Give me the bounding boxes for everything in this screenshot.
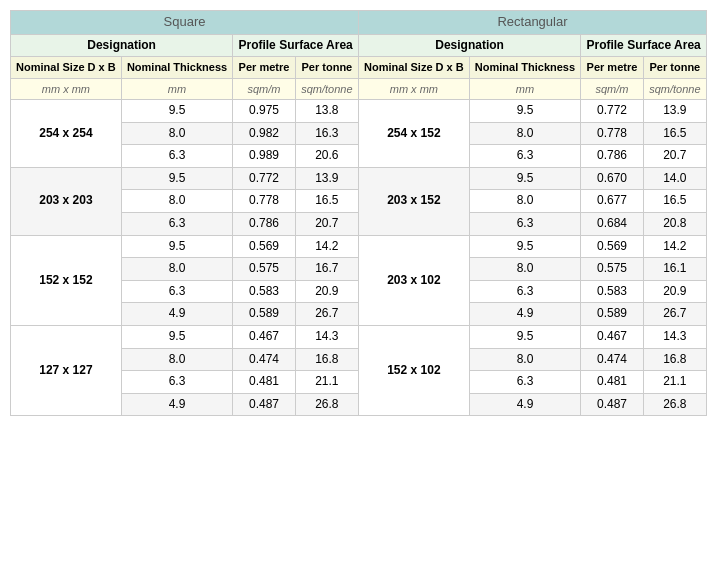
sq-thickness-cell: 9.5 <box>121 235 232 258</box>
sq-permetre-cell: 0.982 <box>233 122 296 145</box>
rect-pertonne-cell: 13.9 <box>643 100 706 123</box>
rect-pertonne-cell: 14.2 <box>643 235 706 258</box>
sq-size-cell: 254 x 254 <box>11 100 122 168</box>
rect-pertonne-cell: 20.9 <box>643 280 706 303</box>
rect-thickness-cell: 6.3 <box>469 280 580 303</box>
rect-permetre-cell: 0.575 <box>581 258 644 281</box>
rect-pertonne-cell: 16.5 <box>643 122 706 145</box>
rect-size-cell: 254 x 152 <box>358 100 469 168</box>
table-row: 254 x 2549.50.97513.8254 x 1529.50.77213… <box>11 100 707 123</box>
sq-thickness-cell: 6.3 <box>121 371 232 394</box>
rect-size-unit: mm x mm <box>358 78 469 99</box>
sq-pertonne-cell: 20.7 <box>295 213 358 236</box>
sq-thickness-cell: 9.5 <box>121 167 232 190</box>
sq-permetre-cell: 0.487 <box>233 393 296 416</box>
rect-permetre-cell: 0.786 <box>581 145 644 168</box>
rect-thickness-cell: 9.5 <box>469 326 580 349</box>
table-row: 203 x 2039.50.77213.9203 x 1529.50.67014… <box>11 167 707 190</box>
sq-permetre-cell: 0.772 <box>233 167 296 190</box>
sq-pertonne-cell: 20.9 <box>295 280 358 303</box>
table-row: 152 x 1529.50.56914.2203 x 1029.50.56914… <box>11 235 707 258</box>
rect-pertonne-col: Per tonne <box>643 57 706 78</box>
sq-pertonne-cell: 21.1 <box>295 371 358 394</box>
sq-designation-header: Designation <box>11 34 233 57</box>
rect-size-col: Nominal Size D x B <box>358 57 469 78</box>
sq-thickness-cell: 8.0 <box>121 258 232 281</box>
rect-pertonne-cell: 20.8 <box>643 213 706 236</box>
sq-pertonne-cell: 13.8 <box>295 100 358 123</box>
sq-profile-header: Profile Surface Area <box>233 34 359 57</box>
rect-permetre-cell: 0.474 <box>581 348 644 371</box>
rect-profile-header: Profile Surface Area <box>581 34 707 57</box>
sq-permetre-col: Per metre <box>233 57 296 78</box>
rect-thickness-cell: 8.0 <box>469 348 580 371</box>
rect-permetre-cell: 0.569 <box>581 235 644 258</box>
sq-permetre-unit: sqm/m <box>233 78 296 99</box>
rect-permetre-cell: 0.684 <box>581 213 644 236</box>
sq-thickness-cell: 6.3 <box>121 213 232 236</box>
sq-thickness-cell: 6.3 <box>121 280 232 303</box>
rect-designation-header: Designation <box>358 34 580 57</box>
rect-permetre-col: Per metre <box>581 57 644 78</box>
sq-size-col: Nominal Size D x B <box>11 57 122 78</box>
sq-thickness-cell: 8.0 <box>121 190 232 213</box>
rect-thickness-cell: 6.3 <box>469 371 580 394</box>
sq-pertonne-cell: 16.5 <box>295 190 358 213</box>
rect-pertonne-cell: 26.7 <box>643 303 706 326</box>
rect-size-cell: 152 x 102 <box>358 326 469 416</box>
rect-pertonne-cell: 16.5 <box>643 190 706 213</box>
sq-thickness-cell: 4.9 <box>121 303 232 326</box>
rect-thickness-cell: 6.3 <box>469 145 580 168</box>
rect-permetre-cell: 0.677 <box>581 190 644 213</box>
sq-size-cell: 203 x 203 <box>11 167 122 235</box>
sq-permetre-cell: 0.778 <box>233 190 296 213</box>
sq-permetre-cell: 0.583 <box>233 280 296 303</box>
sq-pertonne-cell: 14.3 <box>295 326 358 349</box>
sq-pertonne-cell: 16.7 <box>295 258 358 281</box>
sq-thickness-cell: 8.0 <box>121 348 232 371</box>
rect-permetre-cell: 0.487 <box>581 393 644 416</box>
sq-size-cell: 152 x 152 <box>11 235 122 325</box>
rect-permetre-cell: 0.772 <box>581 100 644 123</box>
rectangular-header: Rectangular <box>358 11 706 35</box>
sq-pertonne-cell: 26.8 <box>295 393 358 416</box>
sq-pertonne-cell: 16.8 <box>295 348 358 371</box>
rect-permetre-unit: sqm/m <box>581 78 644 99</box>
sq-permetre-cell: 0.467 <box>233 326 296 349</box>
rect-pertonne-cell: 14.3 <box>643 326 706 349</box>
sq-thickness-cell: 4.9 <box>121 393 232 416</box>
rect-pertonne-cell: 21.1 <box>643 371 706 394</box>
sq-pertonne-cell: 16.3 <box>295 122 358 145</box>
sq-permetre-cell: 0.589 <box>233 303 296 326</box>
rect-permetre-cell: 0.481 <box>581 371 644 394</box>
square-header: Square <box>11 11 359 35</box>
rect-pertonne-cell: 26.8 <box>643 393 706 416</box>
rect-thickness-cell: 9.5 <box>469 235 580 258</box>
rect-permetre-cell: 0.778 <box>581 122 644 145</box>
rect-thickness-cell: 4.9 <box>469 393 580 416</box>
sq-thickness-cell: 8.0 <box>121 122 232 145</box>
rect-pertonne-cell: 16.8 <box>643 348 706 371</box>
rect-thickness-col: Nominal Thickness <box>469 57 580 78</box>
rect-thickness-cell: 6.3 <box>469 213 580 236</box>
sq-thickness-unit: mm <box>121 78 232 99</box>
main-table: Square Rectangular Designation Profile S… <box>10 10 707 416</box>
rect-pertonne-unit: sqm/tonne <box>643 78 706 99</box>
rect-size-cell: 203 x 102 <box>358 235 469 325</box>
sq-permetre-cell: 0.474 <box>233 348 296 371</box>
sq-thickness-cell: 6.3 <box>121 145 232 168</box>
rect-permetre-cell: 0.467 <box>581 326 644 349</box>
sq-pertonne-cell: 26.7 <box>295 303 358 326</box>
table-row: 127 x 1279.50.46714.3152 x 1029.50.46714… <box>11 326 707 349</box>
sq-permetre-cell: 0.989 <box>233 145 296 168</box>
sq-size-cell: 127 x 127 <box>11 326 122 416</box>
rect-permetre-cell: 0.583 <box>581 280 644 303</box>
sq-thickness-cell: 9.5 <box>121 326 232 349</box>
rect-thickness-unit: mm <box>469 78 580 99</box>
rect-thickness-cell: 8.0 <box>469 190 580 213</box>
sq-permetre-cell: 0.569 <box>233 235 296 258</box>
sq-pertonne-cell: 14.2 <box>295 235 358 258</box>
sq-pertonne-cell: 13.9 <box>295 167 358 190</box>
sq-permetre-cell: 0.975 <box>233 100 296 123</box>
rect-pertonne-cell: 16.1 <box>643 258 706 281</box>
